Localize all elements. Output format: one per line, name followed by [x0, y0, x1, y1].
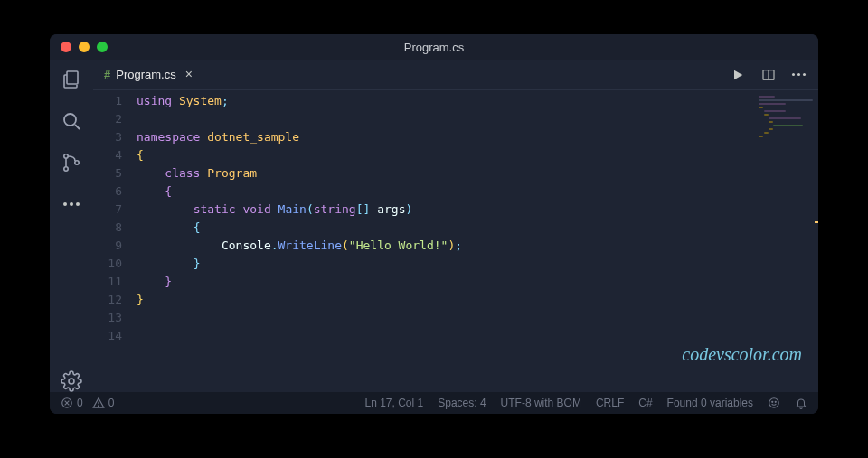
- line-number-gutter: 1234567891011121314: [93, 92, 137, 392]
- status-eol[interactable]: CRLF: [596, 397, 624, 409]
- close-tab-icon[interactable]: ×: [185, 67, 193, 81]
- main-area: # Program.cs × 1234567891011121314: [93, 60, 818, 392]
- text-editor[interactable]: 1234567891011121314 using System; namesp…: [93, 90, 753, 392]
- status-cursor-position[interactable]: Ln 17, Col 1: [364, 397, 423, 409]
- status-language[interactable]: C#: [638, 397, 652, 409]
- feedback-smiley-icon[interactable]: [768, 397, 780, 409]
- svg-point-16: [775, 401, 776, 402]
- svg-point-1: [64, 114, 76, 126]
- minimize-window-button[interactable]: [79, 42, 90, 52]
- run-icon[interactable]: [731, 68, 745, 82]
- code-content[interactable]: using System; namespace dotnet_sample{ c…: [137, 92, 753, 392]
- editor-window: Program.cs: [50, 34, 818, 414]
- editor-body: # Program.cs × 1234567891011121314: [50, 60, 818, 392]
- svg-rect-0: [67, 71, 78, 84]
- settings-gear-icon[interactable]: [61, 370, 82, 392]
- tab-program-cs[interactable]: # Program.cs ×: [93, 60, 203, 89]
- status-warnings[interactable]: 0: [92, 397, 115, 409]
- close-window-button[interactable]: [61, 42, 71, 52]
- svg-point-13: [98, 406, 99, 407]
- notifications-bell-icon[interactable]: [795, 397, 807, 409]
- activity-bar: [50, 60, 93, 392]
- status-errors[interactable]: 0: [61, 397, 83, 409]
- svg-point-4: [64, 167, 68, 171]
- search-icon[interactable]: [61, 110, 82, 132]
- error-count: 0: [77, 397, 83, 409]
- csharp-file-icon: #: [104, 68, 110, 81]
- status-bar: 0 0 Ln 17, Col 1 Spaces: 4 UTF-8 with BO…: [50, 392, 818, 414]
- svg-line-2: [75, 125, 80, 129]
- status-encoding[interactable]: UTF-8 with BOM: [501, 397, 581, 409]
- source-control-icon[interactable]: [61, 152, 82, 173]
- svg-point-15: [772, 401, 773, 402]
- window-title: Program.cs: [50, 41, 818, 54]
- maximize-window-button[interactable]: [97, 42, 108, 52]
- svg-point-3: [64, 154, 68, 158]
- warning-count: 0: [108, 397, 115, 409]
- window-controls: [61, 42, 108, 52]
- svg-point-14: [769, 398, 779, 408]
- explorer-icon[interactable]: [61, 69, 82, 90]
- editor-actions: [731, 60, 818, 89]
- tab-label: Program.cs: [116, 68, 175, 81]
- tab-bar: # Program.cs ×: [93, 60, 818, 90]
- status-indentation[interactable]: Spaces: 4: [438, 397, 486, 409]
- error-icon: [61, 397, 73, 409]
- svg-point-5: [75, 161, 79, 164]
- minimap[interactable]: [753, 90, 818, 392]
- status-variables[interactable]: Found 0 variables: [667, 397, 753, 409]
- editor-area: 1234567891011121314 using System; namesp…: [93, 90, 818, 392]
- warning-icon: [92, 397, 105, 409]
- more-actions-icon[interactable]: [792, 73, 806, 76]
- svg-point-6: [69, 379, 74, 384]
- split-editor-icon[interactable]: [761, 68, 776, 82]
- titlebar: Program.cs: [50, 34, 818, 60]
- more-views-icon[interactable]: [61, 193, 82, 215]
